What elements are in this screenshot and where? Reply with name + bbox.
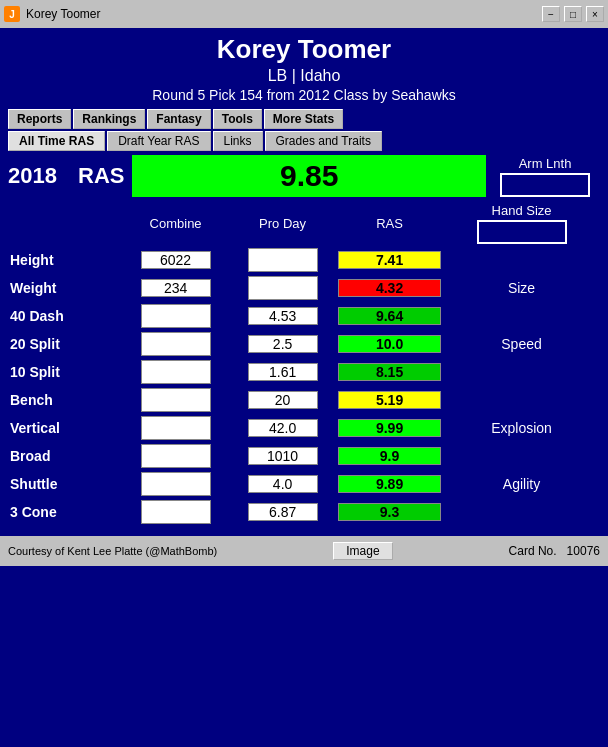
hand-size-label: Hand Size [447, 203, 596, 218]
cell-proday-8: 4.0 [229, 470, 336, 498]
cell-combine-5 [122, 386, 229, 414]
ras-year: 2018 [8, 163, 78, 189]
cell-proday-7: 1010 [229, 442, 336, 470]
arm-lnth-value [500, 173, 590, 197]
image-button[interactable]: Image [333, 542, 392, 560]
cell-ras-7: 9.9 [336, 442, 443, 470]
cell-side-8: Agility [443, 470, 600, 498]
ras-score: 9.85 [132, 155, 486, 197]
cell-side-4 [443, 358, 600, 386]
player-position: LB | Idaho [8, 67, 600, 85]
cell-ras-9: 9.3 [336, 498, 443, 526]
cell-combine-0: 6022 [122, 246, 229, 274]
tab-more-stats[interactable]: More Stats [264, 109, 343, 129]
table-row: 20 Split2.510.0Speed [8, 330, 600, 358]
title-bar-left: J Korey Toomer [4, 6, 100, 22]
cell-proday-9: 6.87 [229, 498, 336, 526]
tab-reports[interactable]: Reports [8, 109, 71, 129]
cell-ras-3: 10.0 [336, 330, 443, 358]
subtab-draft-year-ras[interactable]: Draft Year RAS [107, 131, 210, 151]
cell-ras-4: 8.15 [336, 358, 443, 386]
cell-proday-5: 20 [229, 386, 336, 414]
cell-ras-1: 4.32 [336, 274, 443, 302]
arm-lnth-box: Arm Lnth [490, 156, 600, 197]
tab-tools[interactable]: Tools [213, 109, 262, 129]
app-icon: J [4, 6, 20, 22]
row-label-weight: Weight [8, 274, 122, 302]
cell-side-7 [443, 442, 600, 470]
cell-side-6: Explosion [443, 414, 600, 442]
row-label-40dash: 40 Dash [8, 302, 122, 330]
cell-combine-8 [122, 470, 229, 498]
main-content: Korey Toomer LB | Idaho Round 5 Pick 154… [0, 28, 608, 532]
cell-proday-0 [229, 246, 336, 274]
row-label-bench: Bench [8, 386, 122, 414]
cell-combine-4 [122, 358, 229, 386]
cell-side-2 [443, 302, 600, 330]
row-label-broad: Broad [8, 442, 122, 470]
cell-combine-9 [122, 498, 229, 526]
window-title: Korey Toomer [26, 7, 100, 21]
row-label-3cone: 3 Cone [8, 498, 122, 526]
maximize-button[interactable]: □ [564, 6, 582, 22]
col-header-ras: RAS [336, 201, 443, 246]
col-header-proday: Pro Day [229, 201, 336, 246]
stats-table: Combine Pro Day RAS Hand Size Height6022… [8, 201, 600, 526]
subtab-all-time-ras[interactable]: All Time RAS [8, 131, 105, 151]
cell-proday-3: 2.5 [229, 330, 336, 358]
table-row: Bench205.19 [8, 386, 600, 414]
cell-proday-2: 4.53 [229, 302, 336, 330]
nav-tabs: Reports Rankings Fantasy Tools More Stat… [8, 109, 600, 129]
table-row: 10 Split1.618.15 [8, 358, 600, 386]
cell-side-9 [443, 498, 600, 526]
table-row: Broad10109.9 [8, 442, 600, 470]
cell-proday-6: 42.0 [229, 414, 336, 442]
row-label-shuttle: Shuttle [8, 470, 122, 498]
window-controls[interactable]: − □ × [542, 6, 604, 22]
table-row: Shuttle4.09.89Agility [8, 470, 600, 498]
col-header-handsize: Hand Size [443, 201, 600, 246]
sub-tabs: All Time RAS Draft Year RAS Links Grades… [8, 131, 600, 151]
footer-bar: Courtesy of Kent Lee Platte (@MathBomb) … [0, 536, 608, 566]
cell-ras-2: 9.64 [336, 302, 443, 330]
cell-ras-6: 9.99 [336, 414, 443, 442]
table-row: Weight2344.32Size [8, 274, 600, 302]
cell-side-1: Size [443, 274, 600, 302]
row-label-vertical: Vertical [8, 414, 122, 442]
cell-side-3: Speed [443, 330, 600, 358]
cell-ras-8: 9.89 [336, 470, 443, 498]
row-label-10split: 10 Split [8, 358, 122, 386]
cell-side-5 [443, 386, 600, 414]
tab-rankings[interactable]: Rankings [73, 109, 145, 129]
cell-combine-3 [122, 330, 229, 358]
table-row: 3 Cone6.879.3 [8, 498, 600, 526]
cell-combine-1: 234 [122, 274, 229, 302]
cell-ras-5: 5.19 [336, 386, 443, 414]
ras-label: RAS [78, 163, 124, 189]
tab-fantasy[interactable]: Fantasy [147, 109, 210, 129]
footer-card-no: Card No. 10076 [509, 544, 600, 558]
arm-lnth-label: Arm Lnth [490, 156, 600, 171]
row-label-height: Height [8, 246, 122, 274]
cell-proday-4: 1.61 [229, 358, 336, 386]
close-button[interactable]: × [586, 6, 604, 22]
ras-header-row: 2018 RAS 9.85 Arm Lnth [8, 155, 600, 197]
cell-combine-6 [122, 414, 229, 442]
card-no-value: 10076 [567, 544, 600, 558]
title-bar: J Korey Toomer − □ × [0, 0, 608, 28]
col-header-combine: Combine [122, 201, 229, 246]
cell-ras-0: 7.41 [336, 246, 443, 274]
cell-combine-2 [122, 302, 229, 330]
cell-side-0 [443, 246, 600, 274]
subtab-grades-and-traits[interactable]: Grades and Traits [265, 131, 382, 151]
cell-combine-7 [122, 442, 229, 470]
minimize-button[interactable]: − [542, 6, 560, 22]
row-label-20split: 20 Split [8, 330, 122, 358]
footer-credit: Courtesy of Kent Lee Platte (@MathBomb) [8, 545, 217, 557]
table-row: Height60227.41 [8, 246, 600, 274]
player-name: Korey Toomer [8, 34, 600, 65]
table-row: Vertical42.09.99Explosion [8, 414, 600, 442]
hand-size-value [477, 220, 567, 244]
player-draft: Round 5 Pick 154 from 2012 Class by Seah… [8, 87, 600, 103]
subtab-links[interactable]: Links [213, 131, 263, 151]
